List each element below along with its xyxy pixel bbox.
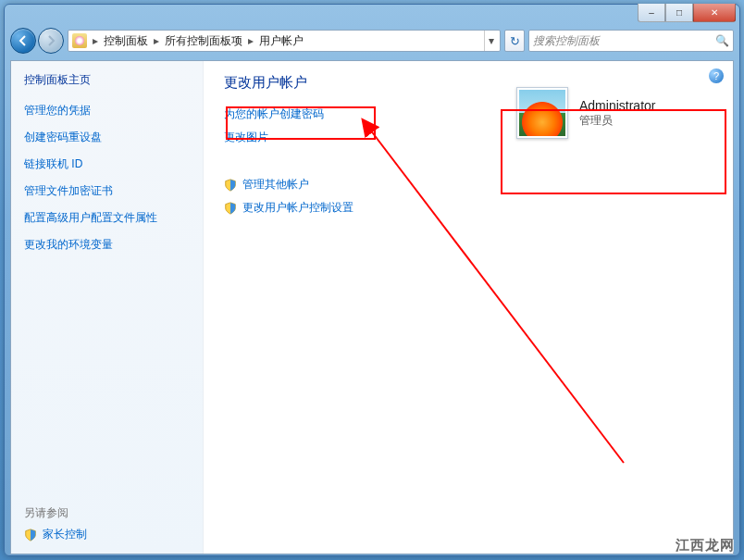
- shield-icon: [224, 202, 237, 215]
- control-panel-icon: [72, 33, 87, 48]
- chevron-right-icon[interactable]: ▸: [91, 34, 100, 47]
- user-role: 管理员: [579, 113, 655, 129]
- back-button[interactable]: [10, 28, 36, 54]
- see-also-label: 另请参阅: [24, 505, 190, 521]
- chevron-right-icon[interactable]: ▸: [152, 34, 161, 47]
- task-label: 更改图片: [224, 130, 268, 145]
- maximize-button[interactable]: □: [665, 4, 693, 22]
- user-card: Administrator 管理员: [509, 78, 720, 148]
- nav-buttons: [10, 28, 64, 54]
- breadcrumb-item[interactable]: 所有控制面板项: [165, 33, 242, 49]
- address-bar[interactable]: ▸ 控制面板 ▸ 所有控制面板项 ▸ 用户帐户 ▾: [68, 30, 501, 52]
- address-dropdown[interactable]: ▾: [484, 31, 498, 51]
- refresh-button[interactable]: ↻: [504, 30, 525, 52]
- task-uac-settings[interactable]: 更改用户帐户控制设置: [224, 200, 716, 216]
- avatar[interactable]: [516, 87, 568, 139]
- nav-row: ▸ 控制面板 ▸ 所有控制面板项 ▸ 用户帐户 ▾ ↻ 搜索控制面板 🔍: [10, 27, 734, 55]
- avatar-image: [519, 90, 565, 136]
- close-button[interactable]: ✕: [693, 4, 736, 22]
- content-area: 控制面板主页 管理您的凭据 创建密码重设盘 链接联机 ID 管理文件加密证书 配…: [10, 60, 734, 554]
- task-manage-accounts[interactable]: 管理其他帐户: [224, 177, 716, 193]
- user-info: Administrator 管理员: [579, 98, 655, 129]
- minimize-button[interactable]: –: [638, 4, 665, 22]
- sidebar-link-label: 家长控制: [43, 527, 87, 542]
- task-label: 更改用户帐户控制设置: [242, 200, 353, 216]
- breadcrumb-item[interactable]: 用户帐户: [259, 33, 304, 49]
- shield-icon: [224, 179, 237, 192]
- chevron-right-icon[interactable]: ▸: [246, 34, 255, 47]
- shield-icon: [24, 529, 37, 541]
- search-input[interactable]: 搜索控制面板 🔍: [528, 30, 734, 52]
- sidebar-link-advanced-profile[interactable]: 配置高级用户配置文件属性: [24, 210, 190, 226]
- watermark: 江西龙网: [676, 537, 735, 554]
- sidebar-link-online-id[interactable]: 链接联机 ID: [24, 156, 190, 172]
- forward-button: [38, 28, 64, 54]
- search-icon[interactable]: 🔍: [715, 34, 729, 47]
- sidebar-link-env-vars[interactable]: 更改我的环境变量: [24, 237, 190, 253]
- main-panel: ? 更改用户帐户 为您的帐户创建密码 更改图片 管理其他帐户: [204, 61, 733, 554]
- sidebar-link-credentials[interactable]: 管理您的凭据: [24, 103, 190, 118]
- task-label: 为您的帐户创建密码: [224, 106, 324, 122]
- search-placeholder: 搜索控制面板: [533, 33, 600, 49]
- breadcrumb-item[interactable]: 控制面板: [104, 33, 148, 49]
- sidebar-link-encryption[interactable]: 管理文件加密证书: [24, 183, 190, 199]
- user-name: Administrator: [579, 98, 655, 113]
- sidebar-link-parental[interactable]: 家长控制: [24, 527, 190, 542]
- window-frame: – □ ✕ ▸ 控制面板 ▸ 所有控制面板项 ▸ 用户帐户 ▾ ↻ 搜索控制面板…: [4, 4, 740, 556]
- sidebar-title: 控制面板主页: [24, 72, 190, 88]
- sidebar: 控制面板主页 管理您的凭据 创建密码重设盘 链接联机 ID 管理文件加密证书 配…: [11, 61, 204, 554]
- sidebar-link-reset-disk[interactable]: 创建密码重设盘: [24, 130, 190, 145]
- window-controls: – □ ✕: [638, 4, 736, 22]
- task-label: 管理其他帐户: [242, 177, 309, 193]
